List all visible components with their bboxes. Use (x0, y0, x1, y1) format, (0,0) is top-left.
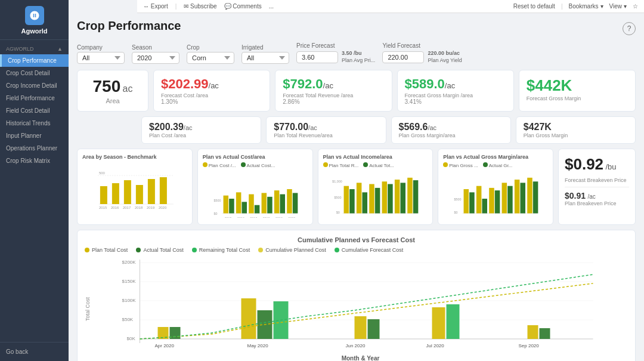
plan-vs-income-svg: $1,000 $500 $0 (323, 170, 428, 218)
svg-rect-65 (527, 178, 532, 214)
svg-rect-59 (489, 188, 494, 214)
price-forecast-input[interactable] (296, 51, 338, 63)
sidebar-item-crop-income-detail[interactable]: Crop Income Detail (0, 79, 69, 92)
plan-vs-margin-svg: $0 $500 (443, 170, 548, 218)
svg-rect-50 (407, 178, 413, 214)
svg-text:2019: 2019 (147, 206, 155, 209)
topbar: ↔ Export | ✉ Subscribe 💬 Comments ... Re… (137, 0, 644, 13)
sidebar-item-field-performance[interactable]: Field Performance (0, 92, 69, 104)
svg-rect-28 (287, 189, 292, 214)
sidebar-logo: Agworld (0, 0, 69, 40)
sidebar-item-operations-planner[interactable]: Operations Planner (0, 142, 69, 155)
svg-text:2016: 2016 (237, 217, 244, 218)
svg-text:500: 500 (99, 171, 106, 175)
sidebar-item-crop-performance[interactable]: Crop Performance (0, 54, 69, 67)
svg-text:2017: 2017 (250, 217, 257, 218)
svg-text:2018: 2018 (135, 206, 143, 209)
svg-rect-84 (355, 316, 367, 339)
svg-text:2015: 2015 (99, 206, 107, 209)
cumulative-forecast-cost-legend-dot (335, 248, 339, 252)
export-button[interactable]: ↔ Export (143, 3, 168, 10)
svg-text:$150K: $150K (122, 279, 137, 284)
sidebar-item-field-cost-detail[interactable]: Field Cost Detail (0, 104, 69, 117)
crop-select[interactable]: Corn (187, 52, 234, 64)
plan-vs-cost-svg: $0 $500 2015 2016 (203, 170, 308, 218)
yield-forecast-filter: Yield Forecast 220.00 bu/ac Plan Avg Yie… (382, 42, 462, 64)
cumulative-chart-svg: $200K $150K $100K $50K $0K (93, 257, 628, 352)
svg-rect-49 (400, 183, 405, 214)
svg-rect-57 (476, 186, 482, 214)
svg-rect-86 (432, 307, 445, 339)
svg-text:2020: 2020 (288, 217, 295, 218)
svg-rect-45 (374, 188, 380, 214)
svg-rect-58 (482, 199, 488, 214)
svg-rect-41 (349, 189, 355, 214)
sidebar-item-crop-risk-matrix[interactable]: Crop Risk Matrix (0, 155, 69, 167)
svg-rect-61 (502, 183, 507, 214)
svg-text:$0K: $0K (127, 336, 136, 341)
svg-rect-87 (447, 304, 460, 339)
irrigated-select[interactable]: All (242, 52, 289, 64)
company-select[interactable]: All (77, 52, 125, 64)
plan-vs-cost-chart: Plan vs Actual Cost/area Plan Cost /... … (197, 149, 313, 225)
view-button[interactable]: View ▾ (609, 3, 627, 10)
svg-text:$0: $0 (336, 211, 339, 214)
comments-button[interactable]: 💬 Comments (224, 3, 262, 10)
yield-forecast-input[interactable] (382, 51, 424, 63)
kpi-plan-gm: $427K Plan Gross Margin (516, 116, 636, 144)
svg-rect-43 (362, 193, 367, 214)
kpi-row-1: 750 ac Area $202.99/ac Forecast Cost /ar… (77, 70, 636, 112)
content-area: Crop Performance ? Company All Season 20… (69, 13, 644, 361)
svg-rect-12 (160, 177, 167, 204)
svg-rect-42 (356, 183, 361, 214)
price-forecast-filter: Price Forecast 3.50 /bu Plan Avg Pri... (296, 42, 375, 64)
kpi-forecast-cost: $202.99/ac Forecast Cost /area 1.30% (153, 70, 270, 112)
svg-rect-44 (369, 184, 374, 214)
more-button[interactable]: ... (269, 3, 274, 10)
svg-rect-26 (274, 191, 280, 214)
kpi-row-2: $200.39/ac Plan Cost /area $770.00/ac Pl… (77, 116, 636, 144)
help-button[interactable]: ? (623, 22, 636, 35)
svg-rect-19 (229, 199, 234, 214)
main-content: ↔ Export | ✉ Subscribe 💬 Comments ... Re… (69, 0, 644, 361)
sidebar-item-historical-trends[interactable]: Historical Trends (0, 117, 69, 129)
svg-rect-9 (124, 180, 131, 204)
subscribe-button[interactable]: ✉ Subscribe (184, 3, 216, 10)
svg-rect-48 (394, 180, 400, 214)
kpi-forecast-gm: $442K Forecast Gross Margin (519, 70, 636, 112)
area-season-svg: 2015 2016 2017 2018 2019 2020 500 (82, 162, 187, 210)
page-title: Crop Performance (77, 19, 181, 33)
svg-text:$0: $0 (213, 212, 217, 215)
season-select[interactable]: 2020 (132, 52, 179, 64)
sidebar-item-crop-cost-detail[interactable]: Crop Cost Detail (0, 67, 69, 79)
svg-text:2020: 2020 (159, 206, 167, 209)
svg-rect-40 (343, 186, 349, 214)
reset-button[interactable]: Reset to default (513, 3, 555, 10)
go-back-button[interactable]: Go back (0, 342, 69, 361)
svg-rect-85 (368, 319, 380, 339)
plan-vs-margin-chart: Plan vs Actual Gross Margin/area Plan Gr… (438, 149, 553, 225)
star-button[interactable]: ☆ (633, 3, 638, 10)
sidebar-item-input-planner[interactable]: Input Planner (0, 129, 69, 142)
svg-rect-63 (515, 180, 520, 214)
sidebar: Agworld Agworld ▲ Crop Performance Crop … (0, 0, 69, 361)
y-axis-label: Total Cost (85, 297, 91, 321)
svg-rect-81 (242, 298, 256, 339)
breakeven-card: $0.92 /bu Forecast Breakeven Price $0.91… (558, 149, 636, 225)
svg-text:$500: $500 (454, 198, 462, 202)
filters-row: Company All Season 2020 Crop Corn Irriga… (77, 42, 636, 64)
svg-rect-60 (495, 191, 500, 214)
plan-total-cost-legend-dot (85, 248, 89, 252)
svg-text:Jul 2020: Jul 2020 (426, 343, 445, 348)
sidebar-logo-text: Agworld (21, 27, 48, 35)
sidebar-section-header[interactable]: Agworld ▲ (0, 44, 69, 54)
svg-rect-10 (136, 185, 143, 204)
irrigated-filter: Irrigated All (242, 44, 289, 64)
svg-text:May 2020: May 2020 (247, 343, 269, 348)
cumulative-legend: Plan Total Cost Actual Total Cost Remain… (85, 247, 628, 253)
svg-text:$200K: $200K (122, 260, 137, 265)
svg-text:$100K: $100K (122, 298, 137, 303)
bookmarks-button[interactable]: Bookmarks ▾ (568, 3, 603, 10)
svg-rect-23 (255, 205, 260, 214)
svg-text:$0: $0 (454, 211, 458, 214)
